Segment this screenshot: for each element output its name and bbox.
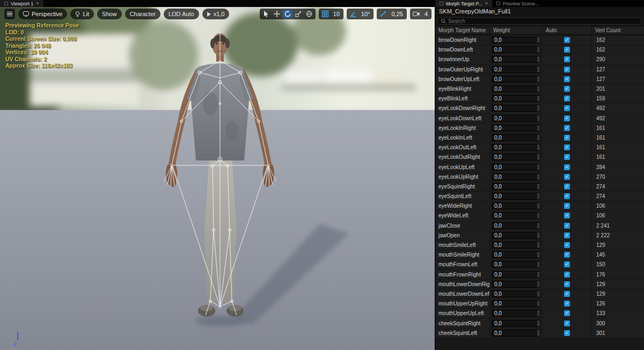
weight-input[interactable] bbox=[492, 115, 540, 122]
auto-checkbox[interactable]: ✓ bbox=[564, 193, 570, 199]
weight-input[interactable] bbox=[492, 183, 540, 190]
auto-checkbox[interactable]: ✓ bbox=[564, 252, 570, 258]
auto-checkbox[interactable]: ✓ bbox=[564, 144, 570, 150]
lit-dropdown[interactable]: Lit bbox=[70, 9, 94, 19]
auto-checkbox[interactable]: ✓ bbox=[564, 261, 570, 267]
morph-target-row[interactable]: mouthLowerDownLeft ✓ 129 bbox=[435, 289, 644, 299]
scale-snap-value[interactable]: 0,25 bbox=[389, 11, 405, 17]
morph-target-row[interactable]: eyeLookDownRight ✓ 492 bbox=[435, 104, 644, 113]
rotate-tool-button[interactable] bbox=[283, 10, 292, 18]
weight-input[interactable] bbox=[492, 202, 540, 209]
morph-target-row[interactable]: eyeBlinkRight ✓ 201 bbox=[435, 84, 644, 94]
auto-checkbox[interactable]: ✓ bbox=[564, 184, 570, 189]
weight-input[interactable] bbox=[492, 37, 540, 43]
weight-input[interactable] bbox=[492, 222, 540, 229]
search-box[interactable] bbox=[437, 17, 642, 25]
viewport-3d-canvas[interactable]: Perspective Lit Show Character LOD Auto bbox=[0, 7, 435, 350]
auto-checkbox[interactable]: ✓ bbox=[564, 232, 570, 238]
weight-input[interactable] bbox=[492, 320, 540, 327]
close-icon[interactable]: × bbox=[36, 1, 39, 6]
weight-input[interactable] bbox=[492, 281, 540, 288]
morph-target-row[interactable]: eyeLookUpRight ✓ 270 bbox=[435, 172, 644, 182]
auto-checkbox[interactable]: ✓ bbox=[564, 67, 570, 72]
morph-target-row[interactable]: mouthLowerDownRight ✓ 129 bbox=[435, 280, 644, 289]
auto-checkbox[interactable]: ✓ bbox=[564, 223, 570, 229]
column-header-name[interactable]: Morph Target Name bbox=[435, 26, 490, 34]
auto-checkbox[interactable]: ✓ bbox=[564, 76, 570, 82]
column-header-vert-count[interactable]: Vert Count bbox=[592, 26, 644, 34]
translate-tool-button[interactable] bbox=[272, 10, 282, 18]
morph-target-row[interactable]: mouthSmileRight ✓ 145 bbox=[435, 250, 644, 260]
character-dropdown[interactable]: Character bbox=[125, 9, 160, 19]
select-tool-button[interactable] bbox=[261, 10, 271, 18]
auto-checkbox[interactable]: ✓ bbox=[564, 47, 570, 53]
auto-checkbox[interactable]: ✓ bbox=[564, 174, 570, 180]
morph-target-row[interactable]: eyeWideRight ✓ 106 bbox=[435, 201, 644, 211]
weight-input[interactable] bbox=[492, 125, 540, 132]
morph-target-row[interactable]: eyeLookOutRight ✓ 161 bbox=[435, 152, 644, 162]
weight-input[interactable] bbox=[492, 134, 540, 141]
morph-target-row[interactable]: eyeBlinkLeft ✓ 159 bbox=[435, 94, 644, 104]
morph-target-row[interactable]: mouthUpperUpRight ✓ 126 bbox=[435, 299, 644, 309]
auto-checkbox[interactable]: ✓ bbox=[564, 37, 570, 43]
weight-input[interactable] bbox=[492, 330, 540, 337]
weight-input[interactable] bbox=[492, 85, 540, 92]
weight-input[interactable] bbox=[492, 66, 540, 73]
auto-checkbox[interactable]: ✓ bbox=[564, 320, 570, 326]
weight-input[interactable] bbox=[492, 144, 540, 151]
playback-speed-button[interactable]: x1,0 bbox=[202, 9, 230, 19]
viewport-menu-button[interactable] bbox=[4, 9, 15, 19]
coordinate-space-button[interactable] bbox=[304, 10, 314, 18]
weight-input[interactable] bbox=[492, 300, 540, 307]
grid-snap-toggle[interactable] bbox=[320, 10, 330, 18]
show-dropdown[interactable]: Show bbox=[97, 9, 122, 19]
close-icon[interactable]: × bbox=[485, 1, 488, 6]
auto-checkbox[interactable]: ✓ bbox=[564, 56, 570, 62]
auto-checkbox[interactable]: ✓ bbox=[564, 115, 570, 121]
morph-target-row[interactable]: eyeSquintLeft ✓ 274 bbox=[435, 192, 644, 201]
auto-checkbox[interactable]: ✓ bbox=[564, 135, 570, 141]
search-input[interactable] bbox=[448, 18, 638, 24]
perspective-dropdown[interactable]: Perspective bbox=[18, 9, 67, 19]
column-header-weight[interactable]: Weight bbox=[490, 26, 543, 34]
weight-input[interactable] bbox=[492, 193, 540, 200]
auto-checkbox[interactable]: ✓ bbox=[564, 96, 570, 101]
column-header-auto[interactable]: Auto bbox=[543, 26, 592, 34]
tab-preview-scene-settings[interactable]: Preview Scene... bbox=[492, 0, 544, 7]
camera-speed-value[interactable]: 4 bbox=[422, 11, 430, 17]
tab-morph-target-previewer[interactable]: Morph Target P... × bbox=[435, 0, 492, 7]
camera-speed-button[interactable] bbox=[412, 10, 421, 18]
weight-input[interactable] bbox=[492, 271, 540, 278]
morph-target-row[interactable]: eyeLookUpLeft ✓ 284 bbox=[435, 162, 644, 172]
weight-input[interactable] bbox=[492, 290, 540, 297]
auto-checkbox[interactable]: ✓ bbox=[564, 125, 570, 131]
morph-target-row[interactable]: browDownLeft ✓ 162 bbox=[435, 45, 644, 55]
auto-checkbox[interactable]: ✓ bbox=[564, 105, 570, 111]
weight-input[interactable] bbox=[492, 242, 540, 249]
weight-input[interactable] bbox=[492, 76, 540, 83]
morph-target-row[interactable]: eyeLookInRight ✓ 161 bbox=[435, 123, 644, 133]
lod-dropdown[interactable]: LOD Auto bbox=[164, 9, 199, 19]
auto-checkbox[interactable]: ✓ bbox=[564, 310, 570, 316]
weight-input[interactable] bbox=[492, 164, 540, 171]
auto-checkbox[interactable]: ✓ bbox=[564, 242, 570, 248]
morph-target-row[interactable]: eyeLookDownLeft ✓ 492 bbox=[435, 114, 644, 123]
auto-checkbox[interactable]: ✓ bbox=[564, 291, 570, 297]
auto-checkbox[interactable]: ✓ bbox=[564, 86, 570, 92]
morph-target-row[interactable]: eyeSquintRight ✓ 274 bbox=[435, 182, 644, 192]
morph-target-row[interactable]: browDownRight ✓ 162 bbox=[435, 35, 644, 45]
weight-input[interactable] bbox=[492, 251, 540, 258]
morph-target-row[interactable]: eyeLookOutLeft ✓ 161 bbox=[435, 143, 644, 152]
morph-target-row[interactable]: browInnerUp ✓ 290 bbox=[435, 55, 644, 64]
weight-input[interactable] bbox=[492, 154, 540, 161]
morph-target-row[interactable]: mouthFrownLeft ✓ 150 bbox=[435, 260, 644, 269]
scale-snap-toggle[interactable] bbox=[378, 10, 388, 18]
weight-input[interactable] bbox=[492, 232, 540, 239]
morph-target-row[interactable]: jawOpen ✓ 2 222 bbox=[435, 231, 644, 240]
weight-input[interactable] bbox=[492, 173, 540, 180]
auto-checkbox[interactable]: ✓ bbox=[564, 164, 570, 170]
auto-checkbox[interactable]: ✓ bbox=[564, 281, 570, 287]
auto-checkbox[interactable]: ✓ bbox=[564, 272, 570, 278]
auto-checkbox[interactable]: ✓ bbox=[564, 301, 570, 307]
auto-checkbox[interactable]: ✓ bbox=[564, 203, 570, 209]
